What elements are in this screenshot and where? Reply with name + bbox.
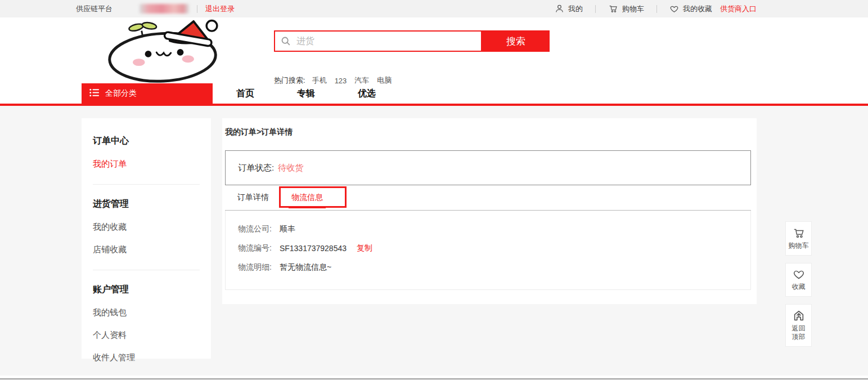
logistics-number-row: 物流编号: SF1331737928543 复制 (238, 243, 750, 253)
topbar-favorites[interactable]: 我的收藏 (669, 4, 712, 14)
header: 搜索 热门搜索: 手机 123 汽车 电脑 (0, 17, 868, 83)
floating-toolbar: 购物车 收藏 返回顶部 (785, 221, 812, 354)
sidebar-section-purchase-management: 进货管理 (93, 198, 211, 210)
nav-link-home[interactable]: 首页 (236, 88, 254, 100)
hot-keyword[interactable]: 电脑 (377, 75, 392, 86)
search-box (274, 30, 482, 52)
hot-keyword[interactable]: 汽车 (354, 75, 369, 86)
float-cart-label: 购物车 (789, 242, 809, 250)
sidebar-divider (93, 270, 200, 270)
all-categories-button[interactable]: 全部分类 (82, 83, 213, 104)
search-button[interactable]: 搜索 (482, 30, 550, 52)
sidebar-item-my-wallet[interactable]: 我的钱包 (93, 307, 211, 318)
logistics-detail-label: 物流明细: (238, 262, 272, 273)
order-status-label: 订单状态: (238, 163, 274, 173)
logistics-company-value: 顺丰 (280, 224, 295, 234)
sidebar-item-recipient-management[interactable]: 收件人管理 (93, 352, 211, 363)
topbar-my-label: 我的 (568, 4, 583, 14)
logout-link[interactable]: 退出登录 (205, 4, 235, 14)
nav-link-featured[interactable]: 优选 (358, 88, 376, 100)
user-icon (555, 4, 564, 14)
float-favorite-button[interactable]: 收藏 (785, 263, 812, 297)
supplier-entry-link[interactable]: 供货商入口 (720, 4, 757, 14)
heart-icon (669, 5, 679, 14)
logistics-panel: 物流公司: 顺丰 物流编号: SF1331737928543 复制 物流明细: … (225, 211, 751, 290)
float-cart-button[interactable]: 购物车 (785, 221, 812, 256)
order-status-value: 待收货 (278, 163, 303, 173)
tab-order-detail[interactable]: 订单详情 (237, 185, 269, 210)
logistics-detail-value: 暂无物流信息~ (280, 262, 331, 273)
back-to-top-button[interactable]: 返回顶部 (785, 304, 812, 347)
sidebar-section-account-management: 账户管理 (93, 284, 211, 296)
logistics-number-label: 物流编号: (238, 243, 272, 253)
sidebar: 订单中心 我的订单 进货管理 我的收藏 店铺收藏 账户管理 我的钱包 个人资料 … (82, 118, 211, 359)
hot-keyword[interactable]: 手机 (312, 75, 327, 86)
logistics-company-row: 物流公司: 顺丰 (238, 224, 750, 234)
copy-button[interactable]: 复制 (357, 243, 372, 253)
sidebar-divider (93, 184, 200, 185)
topbar-cart[interactable]: 购物车 (608, 4, 644, 14)
logistics-number-value: SF1331737928543 (280, 244, 347, 253)
footer (0, 376, 868, 384)
hot-search: 热门搜索: 手机 123 汽车 电脑 (274, 75, 399, 86)
topbar-divider (595, 5, 596, 13)
cart-icon (792, 227, 806, 239)
navbar: 全部分类 首页 专辑 优选 (0, 83, 868, 106)
hot-keyword[interactable]: 123 (335, 77, 347, 85)
detail-tabs: 订单详情 物流信息 (225, 185, 751, 211)
site-logo[interactable] (97, 19, 231, 85)
topbar: 供应链平台 退出登录 我的 购物车 (0, 0, 868, 17)
logistics-company-label: 物流公司: (238, 224, 272, 234)
footer-divider (0, 378, 868, 379)
search-input[interactable] (295, 35, 481, 47)
topbar-my[interactable]: 我的 (555, 4, 583, 14)
sidebar-item-my-favorites[interactable]: 我的收藏 (93, 222, 211, 233)
all-categories-label: 全部分类 (105, 88, 137, 99)
hot-search-label: 热门搜索: (274, 75, 305, 86)
topbar-divider (656, 5, 657, 13)
back-to-top-icon (792, 310, 806, 322)
topbar-cart-label: 购物车 (622, 4, 644, 14)
mascot-santa-hat-logo (97, 19, 231, 83)
page-body: 订单中心 我的订单 进货管理 我的收藏 店铺收藏 账户管理 我的钱包 个人资料 … (0, 106, 868, 376)
nav-link-album[interactable]: 专辑 (297, 88, 315, 100)
username-redacted (140, 4, 189, 14)
main-content: 我的订单>订单详情 订单状态: 待收货 订单详情 物流信息 物流公司: 顺丰 物… (222, 118, 757, 304)
tab-logistics-info[interactable]: 物流信息 (291, 185, 323, 210)
heart-icon (792, 269, 806, 280)
topbar-left: 供应链平台 退出登录 (76, 4, 235, 14)
search-bar: 搜索 (274, 30, 550, 52)
logistics-detail-row: 物流明细: 暂无物流信息~ (238, 262, 750, 273)
order-status-box: 订单状态: 待收货 (225, 150, 751, 185)
list-icon (89, 88, 100, 99)
back-to-top-label: 返回顶部 (791, 324, 806, 341)
cart-icon (608, 4, 618, 14)
sidebar-section-order-center: 订单中心 (93, 135, 211, 147)
platform-title: 供应链平台 (76, 4, 113, 14)
search-icon (281, 36, 291, 46)
sidebar-item-my-orders[interactable]: 我的订单 (93, 159, 211, 169)
nav-links: 首页 专辑 优选 (236, 83, 376, 104)
topbar-divider (197, 5, 197, 13)
topbar-right: 我的 购物车 我的收藏 供货商入口 (555, 4, 757, 14)
sidebar-item-profile[interactable]: 个人资料 (93, 330, 211, 341)
breadcrumb: 我的订单>订单详情 (225, 127, 751, 137)
float-favorite-label: 收藏 (792, 283, 806, 291)
sidebar-item-shop-favorites[interactable]: 店铺收藏 (93, 244, 211, 255)
topbar-favorites-label: 我的收藏 (683, 4, 712, 14)
